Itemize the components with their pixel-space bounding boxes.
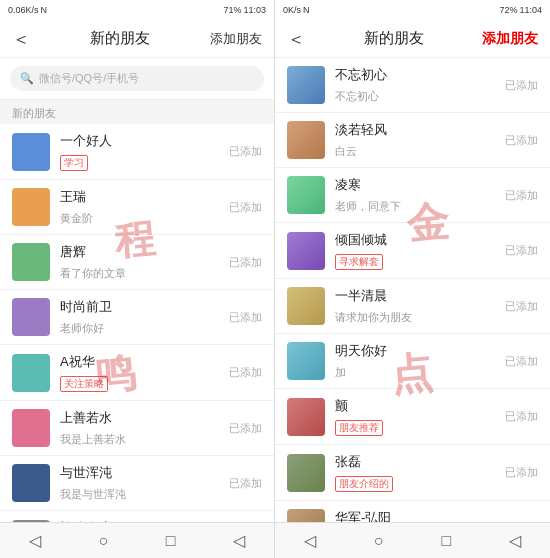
right-status-bar: 0K/s N 72% 11:04 [275, 0, 550, 20]
right-contact-info-6: 明天你好 加 [335, 342, 499, 380]
left-contact-note-1: 学习 [60, 155, 88, 171]
right-contact-name-8: 张磊 [335, 453, 499, 471]
right-bottom-recent-icon[interactable]: □ [441, 532, 451, 550]
right-contact-note-1: 不忘初心 [335, 90, 379, 102]
right-add-btn-8[interactable]: 已添加 [505, 465, 538, 480]
right-battery: 72% [499, 5, 517, 15]
left-contact-name-1: 一个好人 [60, 132, 223, 150]
left-add-btn-2[interactable]: 已添加 [229, 200, 262, 215]
left-contact-name-4: 时尚前卫 [60, 298, 223, 316]
right-contact-note-3: 老师，同意下 [335, 200, 401, 212]
right-contact-2[interactable]: 淡若轻风 白云 已添加 [275, 113, 550, 168]
left-back-button[interactable]: ＜ [12, 27, 30, 51]
right-contact-6[interactable]: 明天你好 加 已添加 [275, 334, 550, 389]
left-contact-info-8: 旅途人生 寻求解套 [60, 519, 223, 522]
right-avatar-7 [287, 398, 325, 436]
left-phone-panel: 0.06K/s N 71% 11:03 ＜ 新的朋友 添加朋友 🔍 微信号/QQ… [0, 0, 275, 558]
right-bottom-home-icon[interactable]: ○ [374, 532, 384, 550]
right-contact-note-5: 请求加你为朋友 [335, 311, 412, 323]
right-contact-1[interactable]: 不忘初心 不忘初心 已添加 [275, 58, 550, 113]
right-contact-7[interactable]: 颤 朋友推荐 已添加 [275, 389, 550, 445]
left-search-bar: 🔍 微信号/QQ号/手机号 [0, 58, 274, 100]
right-contact-name-5: 一半清晨 [335, 287, 499, 305]
left-contact-1[interactable]: 一个好人 学习 已添加 [0, 124, 274, 180]
right-back-button[interactable]: ＜ [287, 27, 305, 51]
right-contact-8[interactable]: 张磊 朋友介绍的 已添加 [275, 445, 550, 501]
left-nav-bar: ＜ 新的朋友 添加朋友 [0, 20, 274, 58]
left-add-btn-3[interactable]: 已添加 [229, 255, 262, 270]
right-contacts-list: 不忘初心 不忘初心 已添加 淡若轻风 白云 已添加 凌寒 老师，同意下 已添加 [275, 58, 550, 522]
left-add-btn-4[interactable]: 已添加 [229, 310, 262, 325]
left-speed: 0.06K/s [8, 5, 39, 15]
left-avatar-4 [12, 298, 50, 336]
left-contact-5[interactable]: A祝华 关注策略 已添加 [0, 345, 274, 401]
left-contact-2[interactable]: 王瑞 黄金阶 已添加 [0, 180, 274, 235]
right-add-btn-1[interactable]: 已添加 [505, 78, 538, 93]
right-contact-info-2: 淡若轻风 白云 [335, 121, 499, 159]
right-contact-3[interactable]: 凌寒 老师，同意下 已添加 [275, 168, 550, 223]
left-nav-action[interactable]: 添加朋友 [210, 30, 262, 48]
right-contact-note-8: 朋友介绍的 [335, 476, 393, 492]
left-bottom-more-icon[interactable]: ◁ [233, 531, 245, 550]
left-avatar-1 [12, 133, 50, 171]
left-contacts-list: 一个好人 学习 已添加 王瑞 黄金阶 已添加 唐辉 看了你的文章 已添加 时 [0, 124, 274, 522]
left-bottom-recent-icon[interactable]: □ [166, 532, 176, 550]
right-add-btn-2[interactable]: 已添加 [505, 133, 538, 148]
left-contact-6[interactable]: 上善若水 我是上善若水 已添加 [0, 401, 274, 456]
left-contact-note-4: 老师你好 [60, 322, 104, 334]
right-add-btn-9[interactable]: 已添加 [505, 521, 538, 523]
right-add-btn-5[interactable]: 已添加 [505, 299, 538, 314]
right-contact-name-6: 明天你好 [335, 342, 499, 360]
left-add-btn-5[interactable]: 已添加 [229, 365, 262, 380]
left-contact-4[interactable]: 时尚前卫 老师你好 已添加 [0, 290, 274, 345]
right-contact-note-7: 朋友推荐 [335, 420, 383, 436]
right-contact-5[interactable]: 一半清晨 请求加你为朋友 已添加 [275, 279, 550, 334]
right-nav-action[interactable]: 添加朋友 [482, 30, 538, 48]
left-bottom-home-icon[interactable]: ○ [98, 532, 108, 550]
right-contact-4[interactable]: 倾国倾城 寻求解套 已添加 [275, 223, 550, 279]
left-search-wrap[interactable]: 🔍 微信号/QQ号/手机号 [10, 66, 264, 91]
right-add-btn-6[interactable]: 已添加 [505, 354, 538, 369]
left-signal: N [41, 5, 48, 15]
left-add-btn-7[interactable]: 已添加 [229, 476, 262, 491]
right-add-btn-4[interactable]: 已添加 [505, 243, 538, 258]
left-avatar-7 [12, 464, 50, 502]
left-add-btn-6[interactable]: 已添加 [229, 421, 262, 436]
search-icon: 🔍 [20, 72, 34, 85]
right-avatar-9 [287, 509, 325, 522]
left-contact-7[interactable]: 与世浑沌 我是与世浑沌 已添加 [0, 456, 274, 511]
left-nav-title: 新的朋友 [90, 29, 150, 48]
right-contact-note-4: 寻求解套 [335, 254, 383, 270]
left-battery: 71% [223, 5, 241, 15]
right-signal: N [303, 5, 310, 15]
left-bottom-back-icon[interactable]: ◁ [29, 531, 41, 550]
left-avatar-8 [12, 520, 50, 523]
left-status-left: 0.06K/s N [8, 5, 47, 15]
right-bottom-more-icon[interactable]: ◁ [509, 531, 521, 550]
right-contact-name-4: 倾国倾城 [335, 231, 499, 249]
left-contact-info-7: 与世浑沌 我是与世浑沌 [60, 464, 223, 502]
right-add-btn-3[interactable]: 已添加 [505, 188, 538, 203]
right-contact-info-1: 不忘初心 不忘初心 [335, 66, 499, 104]
left-avatar-3 [12, 243, 50, 281]
left-contact-name-6: 上善若水 [60, 409, 223, 427]
right-contact-name-2: 淡若轻风 [335, 121, 499, 139]
left-contact-8[interactable]: 旅途人生 寻求解套 已添加 [0, 511, 274, 522]
right-contact-note-6: 加 [335, 366, 346, 378]
left-contact-info-2: 王瑞 黄金阶 [60, 188, 223, 226]
left-contact-note-7: 我是与世浑沌 [60, 488, 126, 500]
right-contact-name-1: 不忘初心 [335, 66, 499, 84]
right-add-btn-7[interactable]: 已添加 [505, 409, 538, 424]
left-add-btn-1[interactable]: 已添加 [229, 144, 262, 159]
right-avatar-5 [287, 287, 325, 325]
left-contact-info-4: 时尚前卫 老师你好 [60, 298, 223, 336]
left-status-bar: 0.06K/s N 71% 11:03 [0, 0, 274, 20]
right-bottom-back-icon[interactable]: ◁ [304, 531, 316, 550]
left-search-placeholder: 微信号/QQ号/手机号 [39, 71, 139, 86]
left-section-label: 新的朋友 [0, 100, 274, 124]
left-contact-3[interactable]: 唐辉 看了你的文章 已添加 [0, 235, 274, 290]
right-contact-info-8: 张磊 朋友介绍的 [335, 453, 499, 492]
right-status-right: 72% 11:04 [499, 5, 542, 15]
left-status-right: 71% 11:03 [223, 5, 266, 15]
right-contact-9[interactable]: 华军-弘阳 老师，你好 已添加 [275, 501, 550, 522]
